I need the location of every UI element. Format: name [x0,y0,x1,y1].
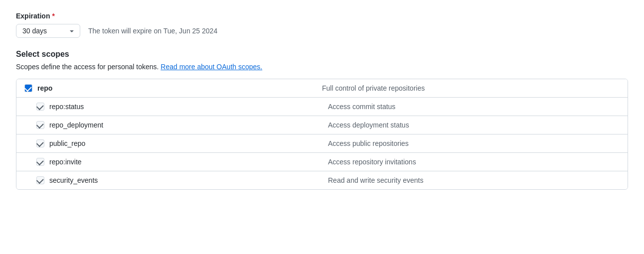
scope-row-repo-deployment: repo_deployment Access deployment status [16,116,628,134]
scope-description-repo-status: Access commit status [328,103,620,111]
scope-left-public-repo: public_repo [36,139,328,147]
expiration-label-text: Expiration [16,12,50,20]
scope-name-repo-status: repo:status [49,103,84,111]
scope-description-repo-invite: Access repository invitations [328,158,620,166]
expiration-section: Expiration * 30 days 7 days 60 days 90 d… [16,12,628,38]
scope-name-security-events: security_events [49,176,98,184]
oauth-scopes-link[interactable]: Read more about OAuth scopes. [161,63,262,71]
scope-left-security-events: security_events [36,176,328,184]
scopes-description: Scopes define the access for personal to… [16,63,628,71]
scope-name-repo-invite: repo:invite [49,158,82,166]
required-star: * [52,12,54,20]
checkbox-repo-deployment[interactable] [36,121,44,129]
expiration-select[interactable]: 30 days 7 days 60 days 90 days Custom No… [16,24,80,38]
select-scopes-title: Select scopes [16,50,628,59]
scope-row-public-repo: public_repo Access public repositories [16,134,628,153]
expiration-row: 30 days 7 days 60 days 90 days Custom No… [16,24,628,38]
checkbox-public-repo[interactable] [36,139,44,147]
checkbox-repo-status[interactable] [36,103,44,111]
scopes-description-text: Scopes define the access for personal to… [16,63,159,71]
scope-row-repo: repo Full control of private repositorie… [16,79,628,98]
select-scopes-section: Select scopes Scopes define the access f… [16,50,628,71]
checkbox-repo-invite[interactable] [36,158,44,166]
scope-left-repo-invite: repo:invite [36,158,328,166]
scope-name-repo: repo [37,84,52,92]
expiration-label: Expiration * [16,12,628,20]
scope-description-public-repo: Access public repositories [328,139,620,147]
scope-left-repo: repo [24,84,322,92]
scope-description-repo: Full control of private repositories [322,84,620,92]
scope-name-repo-deployment: repo_deployment [49,121,103,129]
scope-left-repo-deployment: repo_deployment [36,121,328,129]
scope-name-public-repo: public_repo [49,139,85,147]
scope-description-repo-deployment: Access deployment status [328,121,620,129]
scope-row-repo-invite: repo:invite Access repository invitation… [16,153,628,171]
checkbox-repo[interactable] [24,84,32,92]
checkbox-security-events[interactable] [36,176,44,184]
scope-description-security-events: Read and write security events [328,176,620,184]
scope-left-repo-status: repo:status [36,103,328,111]
scopes-table: repo Full control of private repositorie… [16,79,628,190]
scope-row-repo-status: repo:status Access commit status [16,98,628,116]
scope-row-security-events: security_events Read and write security … [16,171,628,189]
expiration-note: The token will expire on Tue, Jun 25 202… [88,27,217,35]
